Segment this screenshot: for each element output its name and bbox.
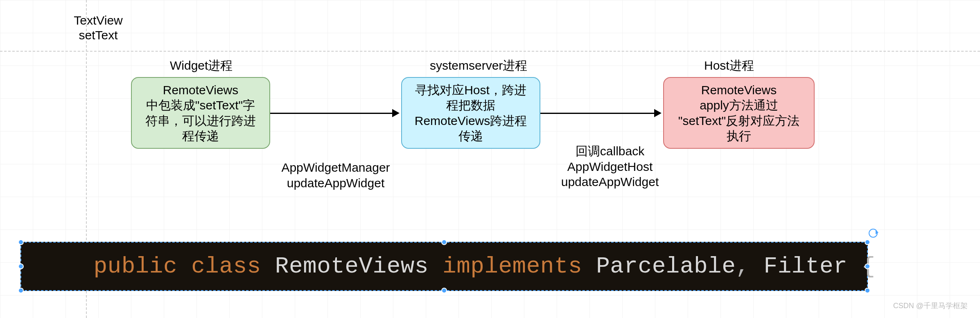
- host-node-line1: RemoteViews: [701, 82, 777, 98]
- column-title-widget: Widget进程: [170, 57, 233, 74]
- top-left-label: TextView setText: [59, 13, 137, 43]
- selection-handle-s[interactable]: [441, 288, 447, 293]
- token-class: class: [191, 253, 261, 279]
- selection-handle-sw[interactable]: [18, 288, 24, 293]
- edge2-line2: AppWidgetHost: [549, 159, 671, 175]
- top-left-label-line2: setText: [59, 28, 137, 43]
- selection-handle-w[interactable]: [18, 263, 24, 269]
- rotate-handle-icon[interactable]: [869, 229, 878, 238]
- code-screenshot[interactable]: public class RemoteViews implements Parc…: [20, 242, 868, 291]
- token-comma: ,: [736, 253, 750, 279]
- arrow-server-to-host: [540, 113, 655, 114]
- edge-label-1: AppWidgetManager updateAppWidget: [270, 160, 401, 191]
- edge2-line1: 回调callback: [549, 143, 671, 159]
- watermark: CSDN @千里马学框架: [893, 301, 968, 311]
- server-node-line2: 程把数据: [446, 98, 495, 113]
- edge1-line2: updateAppWidget: [270, 175, 401, 191]
- edge2-line3: updateAppWidget: [549, 174, 671, 190]
- dashed-guide-horizontal: [0, 51, 980, 52]
- widget-process-node: RemoteViews 中包装成"setText"字 符串，可以进行跨进 程传递: [131, 77, 270, 149]
- selection-handle-nw[interactable]: [18, 239, 24, 245]
- server-node-line1: 寻找对应Host，跨进: [415, 82, 526, 98]
- token-parcelable: Parcelable: [596, 253, 736, 279]
- widget-node-line2: 中包装成"setText"字: [146, 98, 255, 113]
- column-title-host: Host进程: [704, 57, 754, 74]
- selection-handle-e[interactable]: [865, 263, 870, 269]
- selection-handle-ne[interactable]: [865, 239, 870, 245]
- token-implements: implements: [443, 253, 582, 279]
- arrow-head-1: [392, 109, 400, 117]
- widget-node-line1: RemoteViews: [163, 82, 239, 98]
- host-node-line4: 执行: [727, 128, 751, 144]
- server-node-line3: RemoteViews跨进程: [415, 113, 527, 129]
- host-node-line2: apply方法通过: [700, 98, 778, 113]
- edge-label-2: 回调callback AppWidgetHost updateAppWidget: [549, 143, 671, 190]
- server-node-line4: 传递: [458, 128, 483, 144]
- systemserver-process-node: 寻找对应Host，跨进 程把数据 RemoteViews跨进程 传递: [401, 77, 540, 149]
- token-remoteviews: RemoteViews: [275, 253, 429, 279]
- arrow-widget-to-server: [270, 113, 393, 114]
- host-process-node: RemoteViews apply方法通过 "setText"反射对应方法 执行: [663, 77, 815, 149]
- arrow-head-2: [654, 109, 662, 117]
- edge1-line1: AppWidgetManager: [270, 160, 401, 175]
- token-public: public: [93, 253, 177, 279]
- top-left-label-line1: TextView: [59, 13, 137, 28]
- host-node-line3: "setText"反射对应方法: [678, 113, 799, 129]
- token-filter: Filter: [764, 253, 848, 279]
- selection-handle-se[interactable]: [865, 288, 870, 293]
- code-line: public class RemoteViews implements Parc…: [38, 227, 875, 306]
- widget-node-line3: 符串，可以进行跨进: [145, 113, 256, 129]
- widget-node-line4: 程传递: [182, 128, 219, 144]
- selection-handle-n[interactable]: [441, 239, 447, 245]
- column-title-server: systemserver进程: [430, 57, 527, 74]
